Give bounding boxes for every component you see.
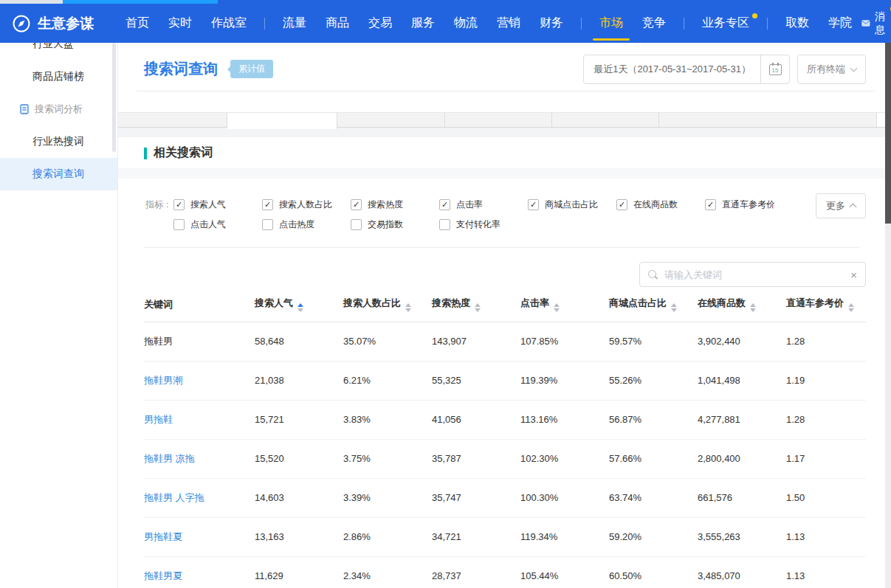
more-metrics-button[interactable]: 更多 <box>816 193 866 218</box>
sort-icon[interactable] <box>554 303 560 312</box>
page-scrollbar-thumb[interactable] <box>885 43 891 224</box>
section-bar-icon <box>144 148 147 159</box>
nav-item-marketing[interactable]: 营销 <box>487 4 530 43</box>
checkbox-icon[interactable] <box>528 199 539 210</box>
nav-item-finance[interactable]: 财务 <box>530 4 573 43</box>
keyword-cell: 男拖鞋 <box>144 400 255 439</box>
date-range-button[interactable]: 最近1天（2017-05-31~2017-05-31） <box>584 55 761 83</box>
nav-item-service[interactable]: 服务 <box>402 4 444 43</box>
checkbox-icon[interactable] <box>705 199 716 210</box>
nav-item-war-room[interactable]: 作战室 <box>202 4 256 43</box>
checkbox-icon[interactable] <box>262 219 273 230</box>
sort-up-arrow-icon <box>297 303 303 307</box>
terminal-selector-dropdown[interactable]: 所有终端 <box>797 55 866 84</box>
sidebar-item-industry-overview[interactable]: 行业大盘 <box>0 43 117 60</box>
metric-checkbox-search-popularity[interactable]: 搜索人气 <box>173 198 262 211</box>
sidebar-item-label: 商品店铺榜 <box>32 70 84 83</box>
column-header-online-products[interactable]: 在线商品数 <box>698 288 786 322</box>
tab-3[interactable] <box>337 113 445 127</box>
metric-checkbox-online-products[interactable]: 在线商品数 <box>616 198 705 211</box>
nav-item-traffic[interactable]: 流量 <box>273 4 316 43</box>
column-header-mall-click-ratio[interactable]: 商城点击占比 <box>609 288 698 322</box>
sort-icon[interactable] <box>405 303 411 312</box>
metric-checkbox-ztc-ref-price[interactable]: 直通车参考价 <box>705 198 794 211</box>
tab-1[interactable] <box>118 113 227 127</box>
calendar-button[interactable]: 15 <box>761 55 789 83</box>
sort-icon[interactable] <box>297 303 303 312</box>
nav-item-label: 首页 <box>125 15 149 31</box>
messages-entry[interactable]: 消息 <box>861 10 891 37</box>
sort-icon[interactable] <box>671 303 677 312</box>
keyword-link[interactable]: 男拖鞋 <box>144 414 173 425</box>
tab-5[interactable] <box>552 113 659 127</box>
metric-checkbox-click-popularity[interactable]: 点击人气 <box>173 218 262 231</box>
nav-item-logistics[interactable]: 物流 <box>444 4 487 43</box>
metric-value: 56.87% <box>609 400 698 439</box>
metric-checkbox-search-user-ratio[interactable]: 搜索人数占比 <box>262 198 351 211</box>
metric-checkbox-trade-index[interactable]: 交易指数 <box>351 218 439 231</box>
nav-item-label: 取数 <box>785 15 809 31</box>
metric-checkbox-click-heat[interactable]: 点击热度 <box>262 218 351 231</box>
clear-input-icon[interactable] <box>850 269 857 280</box>
section-title: 相关搜索词 <box>154 145 213 161</box>
metric-value: 35,747 <box>432 478 520 517</box>
compass-icon <box>12 14 31 33</box>
nav-item-label: 财务 <box>540 15 563 31</box>
sort-down-arrow-icon <box>554 308 560 312</box>
nav-item-data-extract[interactable]: 取数 <box>776 4 819 43</box>
sidebar-scrollbar[interactable] <box>112 43 116 152</box>
keyword-search-input[interactable] <box>664 269 844 280</box>
tab-2-active[interactable] <box>227 113 337 129</box>
nav-item-academy[interactable]: 学院 <box>819 4 861 43</box>
column-header-ztc-ref-price[interactable]: 直通车参考价 <box>786 288 866 322</box>
sort-icon[interactable] <box>750 303 756 312</box>
table-row: 拖鞋男58,64835.07%143,907107.85%59.57%3,902… <box>144 322 866 361</box>
table-row: 拖鞋男 人字拖14,6033.39%35,747100.30%63.74%661… <box>144 478 866 517</box>
sidebar-item-search-word-query[interactable]: 搜索词查询 <box>0 158 117 190</box>
sidebar-item-product-shop-rank[interactable]: 商品店铺榜 <box>0 60 117 93</box>
sort-icon[interactable] <box>475 303 481 312</box>
metric-checkbox-mall-click-ratio[interactable]: 商城点击占比 <box>528 198 616 211</box>
metric-checkbox-click-rate[interactable]: 点击率 <box>439 198 528 211</box>
nav-item-label: 服务 <box>411 15 435 31</box>
column-header-click-rate[interactable]: 点击率 <box>520 288 609 322</box>
metric-checkbox-search-heat[interactable]: 搜索热度 <box>351 198 439 211</box>
nav-divider <box>684 18 684 30</box>
checkbox-icon[interactable] <box>173 219 185 230</box>
app-logo[interactable]: 生意参谋 <box>12 14 94 33</box>
checkbox-icon[interactable] <box>439 219 450 230</box>
keyword-link[interactable]: 男拖鞋夏 <box>144 531 182 542</box>
sidebar-item-industry-hot-words[interactable]: 行业热搜词 <box>0 125 117 158</box>
nav-item-business-zone[interactable]: 业务专区 <box>692 4 759 43</box>
metric-checkbox-payment-conversion[interactable]: 支付转化率 <box>439 218 528 231</box>
keyword-link[interactable]: 拖鞋男 人字拖 <box>144 492 204 503</box>
metric-value: 1.13 <box>786 517 866 556</box>
nav-item-competition[interactable]: 竞争 <box>633 4 675 43</box>
tab-filler <box>659 113 877 127</box>
checkbox-icon[interactable] <box>262 199 273 210</box>
metric-value: 15,721 <box>255 400 343 439</box>
nav-item-home[interactable]: 首页 <box>116 4 159 43</box>
checkbox-icon[interactable] <box>173 199 185 210</box>
sort-up-arrow-icon <box>671 303 677 307</box>
nav-item-market[interactable]: 市场 <box>590 4 633 43</box>
nav-item-realtime[interactable]: 实时 <box>159 4 202 43</box>
sort-icon[interactable] <box>848 303 854 312</box>
keyword-link[interactable]: 拖鞋男潮 <box>144 375 182 386</box>
column-header-search-heat[interactable]: 搜索热度 <box>432 288 520 322</box>
checkbox-icon[interactable] <box>439 199 450 210</box>
nav-item-product[interactable]: 商品 <box>316 4 359 43</box>
metric-value: 1.28 <box>786 400 866 439</box>
checkbox-icon[interactable] <box>351 219 362 230</box>
metric-value: 105.44% <box>520 556 609 588</box>
messages-label: 消息 <box>875 10 889 37</box>
checkbox-icon[interactable] <box>351 199 362 210</box>
column-header-search-user-ratio[interactable]: 搜索人数占比 <box>343 288 432 322</box>
column-header-search-popularity[interactable]: 搜索人气 <box>255 288 343 322</box>
nav-item-trade[interactable]: 交易 <box>359 4 402 43</box>
checkbox-icon[interactable] <box>616 199 627 210</box>
keyword-link[interactable]: 拖鞋男 凉拖 <box>144 453 195 464</box>
sort-down-arrow-icon <box>750 308 756 312</box>
keyword-link[interactable]: 拖鞋男夏 <box>144 570 182 581</box>
tab-4[interactable] <box>445 113 552 127</box>
